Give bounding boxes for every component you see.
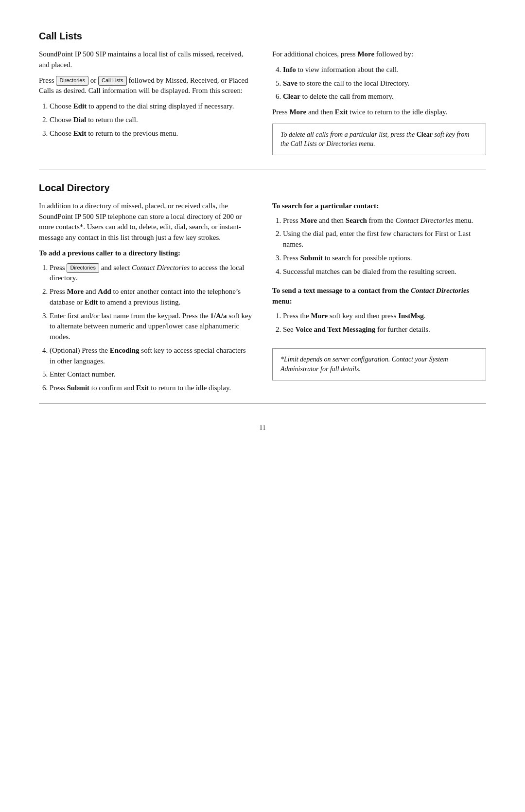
call-lists-content: SoundPoint IP 500 SIP maintains a local … [39, 49, 486, 155]
list-item: Press Submit to search for possible opti… [283, 253, 486, 264]
list-item: Save to store the call to the local Dire… [283, 78, 486, 89]
add-list: Press Directories and select Contact Dir… [50, 263, 253, 394]
list-item: Enter first and/or last name from the ke… [50, 311, 253, 343]
call-lists-button-line: Press Directories or Call Lists followed… [39, 75, 253, 97]
list-item: See Voice and Text Messaging for further… [283, 325, 486, 335]
list-item: (Optional) Press the Encoding soft key t… [50, 345, 253, 367]
call-lists-note: To delete all calls from a particular li… [272, 124, 486, 155]
call-lists-left: SoundPoint IP 500 SIP maintains a local … [39, 49, 253, 155]
page-number: 11 [39, 423, 486, 433]
list-item: Choose Edit to append to the dial string… [50, 101, 253, 112]
call-lists-left-list: Choose Edit to append to the dial string… [50, 101, 253, 139]
local-directory-left: In addition to a directory of missed, pl… [39, 201, 253, 398]
list-item: Using the dial pad, enter the first few … [283, 229, 486, 250]
list-item: Press Directories and select Contact Dir… [50, 263, 253, 284]
directories-key: Directories [56, 76, 88, 86]
call-lists-press-more: Press More and then Exit twice to return… [272, 107, 486, 118]
list-item: Successful matches can be dialed from th… [283, 267, 486, 277]
call-lists-right-intro: For additional choices, press More follo… [272, 49, 486, 60]
search-list: Press More and then Search from the Cont… [283, 216, 486, 277]
page: Call Lists SoundPoint IP 500 SIP maintai… [39, 29, 486, 433]
list-item: Clear to delete the call from memory. [283, 91, 486, 102]
list-item: Press More and then Search from the Cont… [283, 216, 486, 226]
call-lists-right: For additional choices, press More follo… [272, 49, 486, 155]
local-directory-right: To search for a particular contact: Pres… [272, 201, 486, 398]
text-list: Press the More soft key and then press I… [283, 311, 486, 335]
text-heading: To send a text message to a contact from… [272, 286, 486, 307]
list-item: Enter Contact number. [50, 369, 253, 380]
local-directory-title: Local Directory [39, 181, 486, 195]
local-directory-note: *Limit depends on server configuration. … [272, 348, 486, 380]
list-item: Press More and Add to enter another cont… [50, 287, 253, 308]
call-lists-intro1: SoundPoint IP 500 SIP maintains a local … [39, 49, 253, 71]
directories-key2: Directories [67, 263, 99, 273]
call-lists-title: Call Lists [39, 29, 486, 43]
local-directory-intro: In addition to a directory of missed, pl… [39, 201, 253, 243]
list-item: Choose Exit to return to the previous me… [50, 128, 253, 139]
add-heading: To add a previous caller to a directory … [39, 248, 253, 259]
call-lists-key: Call Lists [98, 76, 127, 86]
list-item: Press Submit to confirm and Exit to retu… [50, 383, 253, 394]
list-item: Info to view information about the call. [283, 65, 486, 75]
section-divider [39, 169, 486, 169]
list-item: Choose Dial to return the call. [50, 115, 253, 126]
search-heading: To search for a particular contact: [272, 201, 486, 212]
local-directory-content: In addition to a directory of missed, pl… [39, 201, 486, 398]
list-item: Press the More soft key and then press I… [283, 311, 486, 322]
call-lists-right-list: Info to view information about the call.… [283, 65, 486, 102]
